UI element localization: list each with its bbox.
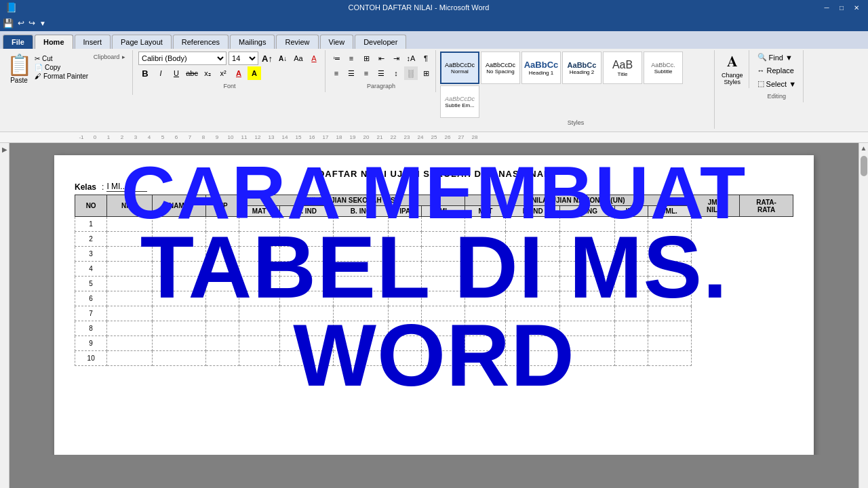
tab-view[interactable]: View [320,35,354,49]
scroll-thumb[interactable] [861,156,867,176]
font-shrink-button[interactable]: A↓ [276,52,290,65]
scroll-up-button[interactable]: ▲ [859,143,868,153]
bullets-button[interactable]: ≔ [330,52,343,65]
tab-developer[interactable]: Developer [355,35,406,49]
select-icon: ⬚ [757,79,764,88]
undo-quick-icon[interactable]: ↩ [18,18,24,28]
style-normal-preview: AaBbCcDc [445,62,475,68]
format-painter-label: Format Painter [43,73,88,80]
copy-label: Copy [45,64,60,71]
style-subtitle[interactable]: AaBbCc. Subtitle [644,52,683,84]
styles-group-label: Styles [440,118,711,126]
italic-button[interactable]: I [154,66,167,80]
style-subtitle-label: Subtitle [651,68,675,75]
paste-button[interactable]: 📋 Paste [5,52,33,92]
ruler: -1 0 1 2 3 4 5 6 7 8 9 10 11 12 13 14 15… [0,132,868,143]
window-title: CONTOH DAFTAR NILAI - Microsoft Word [17,3,821,12]
style-subtle-em[interactable]: AaBbCcDc Subtle Em... [440,85,479,118]
align-right-button[interactable]: ≡ [359,66,373,80]
clipboard-group: 📋 Paste ✂ Cut 📄 Copy 🖌 Format Painter Cl… [3,50,133,95]
font-group: Calibri (Body) 14 A↑ A↓ Aa A B I U abc x… [134,50,326,92]
style-no-spacing[interactable]: AaBbCcDc No Spacing [481,52,520,84]
increase-indent-button[interactable]: ⇥ [389,52,403,65]
document-area: ▶ CARA MEMBUAT TABEL DI MS. WORD DAFTAR … [0,143,868,488]
style-title-preview: AaB [612,59,633,71]
tab-mailings[interactable]: Mailings [230,35,275,49]
left-panel: ▶ [0,143,9,488]
replace-button[interactable]: ↔ Replace [755,65,800,76]
font-size-select[interactable]: 14 [229,52,258,65]
change-styles-icon: 𝐀 [727,53,738,70]
style-heading1[interactable]: AaBbCc Heading 1 [521,52,561,84]
change-styles-button[interactable]: 𝐀 Change Styles [722,53,743,85]
clear-format-button[interactable]: A [307,52,321,65]
bold-button[interactable]: B [138,66,152,80]
justify-button[interactable]: ☰ [374,66,388,80]
save-quick-icon[interactable]: 💾 [3,18,14,28]
right-scrollbar: ▲ ▼ [859,143,868,488]
borders-button[interactable]: ⊞ [419,66,433,80]
cut-icon: ✂ [35,55,40,62]
document-page: CARA MEMBUAT TABEL DI MS. WORD DAFTAR NI… [54,155,814,455]
font-group-label: Font [138,81,321,89]
paragraph-group-label: Paragraph [330,81,433,89]
select-button[interactable]: ⬚ Select ▼ [755,78,800,89]
paragraph-group: ≔ ≡ ⊞ ⇤ ⇥ ↕A ¶ ≡ ☰ ≡ ☰ ↕ ░ ⊞ Paragraph [327,50,436,92]
style-nospacing-label: No Spacing [486,68,515,75]
tab-file[interactable]: File [3,35,33,49]
cut-label: Cut [42,55,53,62]
cut-button[interactable]: ✂ Cut [33,54,90,63]
style-h1-label: Heading 1 [524,70,559,76]
tab-page-layout[interactable]: Page Layout [112,35,172,49]
style-title[interactable]: AaB Title [603,52,642,84]
tab-insert[interactable]: Insert [75,35,111,49]
redo-quick-icon[interactable]: ↪ [28,18,35,28]
tab-review[interactable]: Review [276,35,318,49]
numbering-button[interactable]: ≡ [344,52,358,65]
clipboard-expand-icon[interactable]: ▸ [122,54,125,60]
replace-icon: ↔ [757,66,765,75]
strikethrough-button[interactable]: abc [185,66,199,80]
style-title-label: Title [612,71,633,77]
superscript-button[interactable]: x² [216,66,230,80]
align-center-button[interactable]: ☰ [344,66,358,80]
copy-icon: 📄 [35,64,43,71]
find-label: Find ▼ [769,54,793,62]
style-subtle-label: Subtle Em... [445,102,475,108]
editing-group-label: Editing [755,92,800,100]
font-grow-button[interactable]: A↑ [260,52,274,65]
clipboard-right: ✂ Cut 📄 Copy 🖌 Format Painter [33,52,90,92]
align-left-button[interactable]: ≡ [330,66,343,80]
maximize-button[interactable]: □ [835,2,848,13]
highlight-button[interactable]: A [248,66,261,80]
find-button[interactable]: 🔍 Find ▼ [755,52,800,63]
sort-button[interactable]: ↕A [404,52,418,65]
decrease-indent-button[interactable]: ⇤ [374,52,388,65]
text-color-button[interactable]: A [232,66,245,80]
line-spacing-button[interactable]: ↕ [389,66,403,80]
format-painter-button[interactable]: 🖌 Format Painter [33,72,90,81]
copy-button[interactable]: 📄 Copy [33,63,90,72]
clipboard-group-label: Clipboard ▸ [90,52,128,92]
tab-references[interactable]: References [173,35,229,49]
close-button[interactable]: ✕ [850,2,863,13]
style-h2-label: Heading 2 [568,69,597,75]
style-heading2[interactable]: AaBbCc Heading 2 [562,52,601,84]
style-normal[interactable]: AaBbCcDc Normal [440,52,479,84]
subscript-button[interactable]: x₂ [201,66,214,80]
change-case-button[interactable]: Aa [292,52,305,65]
multilevel-button[interactable]: ⊞ [359,52,373,65]
editing-group: 🔍 Find ▼ ↔ Replace ⬚ Select ▼ Editing [751,50,804,102]
font-family-select[interactable]: Calibri (Body) [138,52,226,65]
tab-home[interactable]: Home [35,35,73,49]
clipboard-label-text: Clipboard [94,54,120,60]
underline-button[interactable]: U [170,66,183,80]
show-para-button[interactable]: ¶ [419,52,433,65]
shading-button[interactable]: ░ [404,66,418,80]
left-panel-icon[interactable]: ▶ [2,146,7,153]
minimize-button[interactable]: ─ [821,2,833,13]
customize-quick-icon[interactable]: ▼ [39,20,46,27]
change-styles-label: Change Styles [722,72,743,85]
select-label: Select ▼ [766,80,797,88]
document-wrapper[interactable]: CARA MEMBUAT TABEL DI MS. WORD DAFTAR NI… [9,143,859,455]
